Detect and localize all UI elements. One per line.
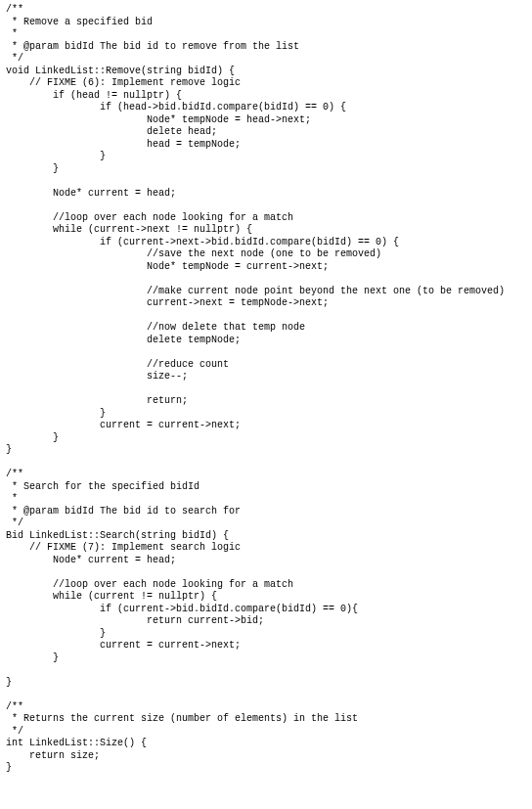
code-listing: /** * Remove a specified bid * * @param …: [6, 4, 526, 775]
